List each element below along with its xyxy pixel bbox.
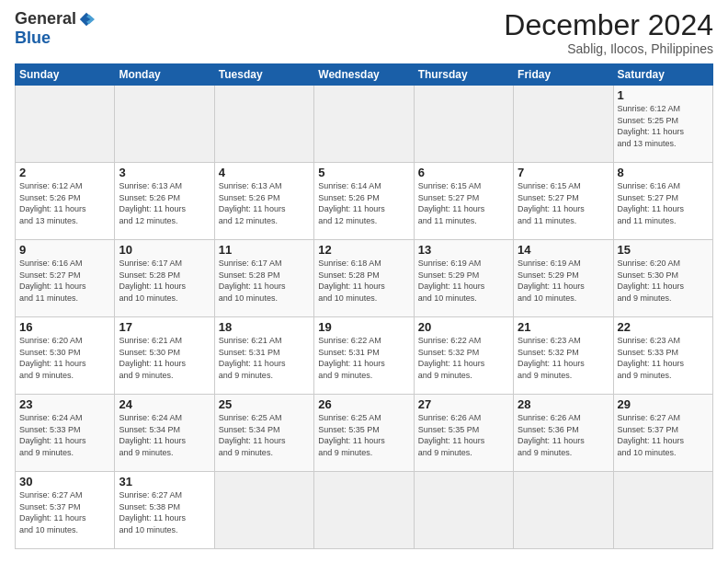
day-info: Sunrise: 6:24 AM Sunset: 5:33 PM Dayligh… bbox=[19, 412, 110, 458]
day-info: Sunrise: 6:12 AM Sunset: 5:26 PM Dayligh… bbox=[19, 180, 110, 226]
day-info: Sunrise: 6:27 AM Sunset: 5:37 PM Dayligh… bbox=[19, 489, 110, 535]
month-title: December 2024 bbox=[504, 9, 713, 41]
calendar-cell bbox=[514, 472, 613, 549]
day-info: Sunrise: 6:15 AM Sunset: 5:27 PM Dayligh… bbox=[518, 180, 609, 226]
day-info: Sunrise: 6:20 AM Sunset: 5:30 PM Dayligh… bbox=[19, 335, 110, 381]
logo-icon bbox=[78, 11, 95, 28]
day-number: 21 bbox=[518, 320, 609, 334]
calendar-cell: 11Sunrise: 6:17 AM Sunset: 5:28 PM Dayli… bbox=[214, 240, 313, 317]
calendar-cell: 31Sunrise: 6:27 AM Sunset: 5:38 PM Dayli… bbox=[115, 472, 214, 549]
day-number: 9 bbox=[19, 243, 110, 257]
day-of-week-header: Friday bbox=[514, 64, 613, 86]
day-number: 2 bbox=[19, 166, 110, 179]
logo-blue: Blue bbox=[15, 29, 51, 48]
day-info: Sunrise: 6:26 AM Sunset: 5:35 PM Dayligh… bbox=[418, 412, 509, 458]
calendar-cell bbox=[16, 86, 115, 163]
day-number: 20 bbox=[418, 320, 509, 334]
day-info: Sunrise: 6:18 AM Sunset: 5:28 PM Dayligh… bbox=[318, 258, 409, 304]
day-number: 17 bbox=[119, 320, 210, 334]
header: General Blue December 2024 Sablig, Iloco… bbox=[15, 9, 713, 56]
day-number: 4 bbox=[219, 166, 310, 179]
calendar-cell: 20Sunrise: 6:22 AM Sunset: 5:32 PM Dayli… bbox=[414, 317, 513, 395]
day-info: Sunrise: 6:22 AM Sunset: 5:31 PM Dayligh… bbox=[318, 335, 409, 381]
calendar-cell: 15Sunrise: 6:20 AM Sunset: 5:30 PM Dayli… bbox=[613, 240, 712, 317]
day-info: Sunrise: 6:16 AM Sunset: 5:27 PM Dayligh… bbox=[618, 180, 709, 226]
day-number: 11 bbox=[219, 243, 310, 257]
calendar-cell: 16Sunrise: 6:20 AM Sunset: 5:30 PM Dayli… bbox=[16, 317, 115, 395]
calendar-week-row: 16Sunrise: 6:20 AM Sunset: 5:30 PM Dayli… bbox=[16, 317, 713, 395]
day-info: Sunrise: 6:14 AM Sunset: 5:26 PM Dayligh… bbox=[318, 180, 409, 226]
calendar-cell: 29Sunrise: 6:27 AM Sunset: 5:37 PM Dayli… bbox=[613, 395, 712, 472]
day-info: Sunrise: 6:26 AM Sunset: 5:36 PM Dayligh… bbox=[518, 412, 609, 458]
calendar-header-row: SundayMondayTuesdayWednesdayThursdayFrid… bbox=[16, 64, 713, 86]
calendar-cell bbox=[314, 86, 414, 163]
day-number: 28 bbox=[518, 397, 609, 411]
day-info: Sunrise: 6:20 AM Sunset: 5:30 PM Dayligh… bbox=[618, 258, 709, 304]
calendar-cell bbox=[314, 472, 414, 549]
logo: General Blue bbox=[15, 9, 95, 48]
calendar-cell: 5Sunrise: 6:14 AM Sunset: 5:26 PM Daylig… bbox=[314, 163, 414, 240]
day-number: 19 bbox=[318, 320, 409, 334]
calendar-cell: 3Sunrise: 6:13 AM Sunset: 5:26 PM Daylig… bbox=[115, 163, 214, 240]
day-info: Sunrise: 6:25 AM Sunset: 5:34 PM Dayligh… bbox=[219, 412, 310, 458]
day-number: 13 bbox=[418, 243, 509, 257]
day-number: 10 bbox=[119, 243, 210, 257]
calendar-cell: 18Sunrise: 6:21 AM Sunset: 5:31 PM Dayli… bbox=[214, 317, 313, 395]
day-number: 6 bbox=[418, 166, 509, 179]
calendar-week-row: 30Sunrise: 6:27 AM Sunset: 5:37 PM Dayli… bbox=[16, 472, 713, 549]
day-number: 15 bbox=[618, 243, 709, 257]
calendar-cell: 7Sunrise: 6:15 AM Sunset: 5:27 PM Daylig… bbox=[514, 163, 613, 240]
day-number: 8 bbox=[618, 166, 709, 179]
calendar-cell bbox=[514, 86, 613, 163]
calendar-cell bbox=[214, 472, 313, 549]
calendar-cell bbox=[115, 86, 214, 163]
day-number: 27 bbox=[418, 397, 509, 411]
calendar-week-row: 9Sunrise: 6:16 AM Sunset: 5:27 PM Daylig… bbox=[16, 240, 713, 317]
calendar-cell: 28Sunrise: 6:26 AM Sunset: 5:36 PM Dayli… bbox=[514, 395, 613, 472]
day-info: Sunrise: 6:22 AM Sunset: 5:32 PM Dayligh… bbox=[418, 335, 509, 381]
calendar-cell: 21Sunrise: 6:23 AM Sunset: 5:32 PM Dayli… bbox=[514, 317, 613, 395]
day-info: Sunrise: 6:21 AM Sunset: 5:30 PM Dayligh… bbox=[119, 335, 210, 381]
day-number: 7 bbox=[518, 166, 609, 179]
calendar-week-row: 1Sunrise: 6:12 AM Sunset: 5:25 PM Daylig… bbox=[16, 86, 713, 163]
day-info: Sunrise: 6:23 AM Sunset: 5:33 PM Dayligh… bbox=[618, 335, 709, 381]
calendar-cell bbox=[613, 472, 712, 549]
calendar-cell: 10Sunrise: 6:17 AM Sunset: 5:28 PM Dayli… bbox=[115, 240, 214, 317]
day-info: Sunrise: 6:16 AM Sunset: 5:27 PM Dayligh… bbox=[19, 258, 110, 304]
day-of-week-header: Sunday bbox=[16, 64, 115, 86]
calendar-week-row: 2Sunrise: 6:12 AM Sunset: 5:26 PM Daylig… bbox=[16, 163, 713, 240]
day-number: 16 bbox=[19, 320, 110, 334]
day-info: Sunrise: 6:21 AM Sunset: 5:31 PM Dayligh… bbox=[219, 335, 310, 381]
day-number: 5 bbox=[318, 166, 409, 179]
day-info: Sunrise: 6:12 AM Sunset: 5:25 PM Dayligh… bbox=[618, 103, 709, 149]
day-info: Sunrise: 6:19 AM Sunset: 5:29 PM Dayligh… bbox=[518, 258, 609, 304]
day-info: Sunrise: 6:24 AM Sunset: 5:34 PM Dayligh… bbox=[119, 412, 210, 458]
day-number: 14 bbox=[518, 243, 609, 257]
calendar-cell: 4Sunrise: 6:13 AM Sunset: 5:26 PM Daylig… bbox=[214, 163, 313, 240]
day-info: Sunrise: 6:19 AM Sunset: 5:29 PM Dayligh… bbox=[418, 258, 509, 304]
calendar-cell: 9Sunrise: 6:16 AM Sunset: 5:27 PM Daylig… bbox=[16, 240, 115, 317]
calendar-cell: 12Sunrise: 6:18 AM Sunset: 5:28 PM Dayli… bbox=[314, 240, 414, 317]
calendar-cell: 14Sunrise: 6:19 AM Sunset: 5:29 PM Dayli… bbox=[514, 240, 613, 317]
day-of-week-header: Saturday bbox=[613, 64, 712, 86]
day-info: Sunrise: 6:27 AM Sunset: 5:38 PM Dayligh… bbox=[119, 489, 210, 535]
day-of-week-header: Thursday bbox=[414, 64, 513, 86]
calendar-cell: 27Sunrise: 6:26 AM Sunset: 5:35 PM Dayli… bbox=[414, 395, 513, 472]
day-of-week-header: Wednesday bbox=[314, 64, 414, 86]
calendar-cell bbox=[414, 86, 513, 163]
day-number: 1 bbox=[618, 88, 709, 102]
day-info: Sunrise: 6:13 AM Sunset: 5:26 PM Dayligh… bbox=[119, 180, 210, 226]
calendar-cell: 22Sunrise: 6:23 AM Sunset: 5:33 PM Dayli… bbox=[613, 317, 712, 395]
calendar-cell: 24Sunrise: 6:24 AM Sunset: 5:34 PM Dayli… bbox=[115, 395, 214, 472]
calendar-cell bbox=[214, 86, 313, 163]
day-info: Sunrise: 6:25 AM Sunset: 5:35 PM Dayligh… bbox=[318, 412, 409, 458]
logo-general: General bbox=[15, 9, 76, 29]
calendar-cell: 30Sunrise: 6:27 AM Sunset: 5:37 PM Dayli… bbox=[16, 472, 115, 549]
calendar-week-row: 23Sunrise: 6:24 AM Sunset: 5:33 PM Dayli… bbox=[16, 395, 713, 472]
calendar-cell: 26Sunrise: 6:25 AM Sunset: 5:35 PM Dayli… bbox=[314, 395, 414, 472]
day-number: 26 bbox=[318, 397, 409, 411]
day-number: 23 bbox=[19, 397, 110, 411]
calendar-cell: 23Sunrise: 6:24 AM Sunset: 5:33 PM Dayli… bbox=[16, 395, 115, 472]
day-info: Sunrise: 6:17 AM Sunset: 5:28 PM Dayligh… bbox=[119, 258, 210, 304]
page: General Blue December 2024 Sablig, Iloco… bbox=[0, 0, 728, 558]
